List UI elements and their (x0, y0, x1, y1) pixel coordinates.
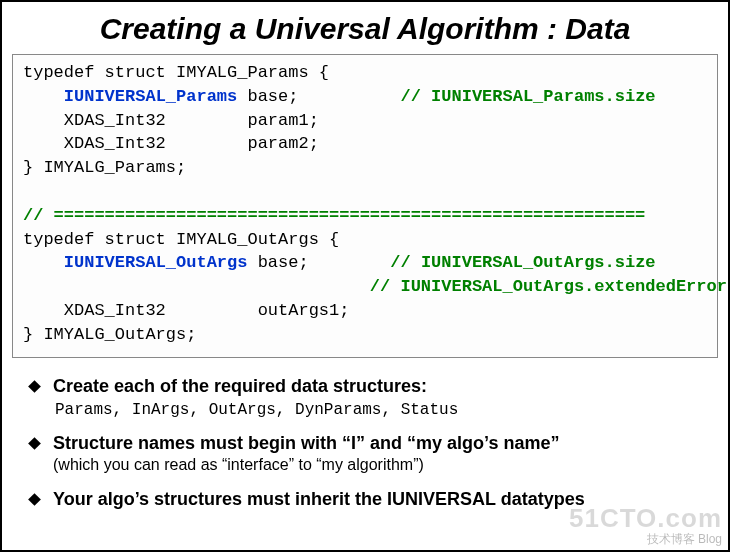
code-box: typedef struct IMYALG_Params { IUNIVERSA… (12, 54, 718, 358)
bullet-text: Create each of the required data structu… (53, 376, 458, 419)
code-line: XDAS_Int32 param1; (23, 109, 707, 133)
bullet-monospace: Params, InArgs, OutArgs, DynParams, Stat… (55, 401, 458, 419)
bullet-item: Structure names must begin with “I” and … (30, 433, 700, 475)
code-line: } IMYALG_Params; (23, 156, 707, 180)
code-line: IUNIVERSAL_Params base; // IUNIVERSAL_Pa… (23, 85, 707, 109)
bullet-main: Your algo’s structures must inherit the … (53, 489, 585, 509)
code-blank (23, 180, 707, 204)
type-keyword: IUNIVERSAL_OutArgs (64, 253, 248, 272)
slide-title: Creating a Universal Algorithm : Data (2, 2, 728, 54)
bullet-text: Structure names must begin with “I” and … (53, 433, 559, 475)
bullet-icon (28, 437, 41, 450)
code-comment: // IUNIVERSAL_OutArgs.size (390, 253, 655, 272)
code-line: } IMYALG_OutArgs; (23, 323, 707, 347)
bullet-text: Your algo’s structures must inherit the … (53, 489, 585, 510)
code-line: XDAS_Int32 param2; (23, 132, 707, 156)
type-keyword: IUNIVERSAL_Params (64, 87, 237, 106)
code-comment: // IUNIVERSAL_Params.size (401, 87, 656, 106)
bullet-main: Create each of the required data structu… (53, 376, 427, 396)
watermark-tag: 技术博客 Blog (569, 533, 722, 546)
watermark: 51CTO.com 技术博客 Blog (569, 504, 722, 546)
code-comment: // IUNIVERSAL_OutArgs.extendedError (370, 277, 727, 296)
code-line: XDAS_Int32 outArgs1; (23, 299, 707, 323)
code-line: // IUNIVERSAL_OutArgs.extendedError (23, 275, 707, 299)
bullet-list: Create each of the required data structu… (30, 376, 700, 510)
bullet-icon (28, 380, 41, 393)
code-line: typedef struct IMYALG_OutArgs { (23, 228, 707, 252)
bullet-main: Structure names must begin with “I” and … (53, 433, 559, 453)
slide-frame: Creating a Universal Algorithm : Data ty… (0, 0, 730, 552)
code-divider: // =====================================… (23, 204, 707, 228)
code-line: IUNIVERSAL_OutArgs base; // IUNIVERSAL_O… (23, 251, 707, 275)
bullet-subtext: (which you can read as “interface” to “m… (53, 456, 424, 473)
code-text: base; (247, 253, 308, 272)
bullet-item: Create each of the required data structu… (30, 376, 700, 419)
code-line: typedef struct IMYALG_Params { (23, 61, 707, 85)
bullet-item: Your algo’s structures must inherit the … (30, 489, 700, 510)
code-text: base; (237, 87, 298, 106)
bullet-icon (28, 493, 41, 506)
